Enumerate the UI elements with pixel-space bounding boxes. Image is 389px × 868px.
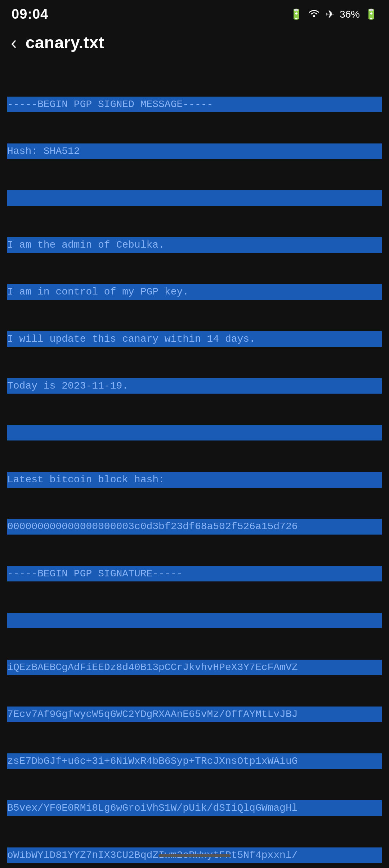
- text-line-5: I am in control of my PGP key.: [7, 284, 382, 300]
- nav-bar: [158, 854, 231, 857]
- text-line-2: Hash: SHA512: [7, 143, 382, 159]
- svg-point-0: [313, 15, 315, 17]
- back-button[interactable]: ‹: [11, 34, 17, 52]
- status-icons: 🔋 ✈ 36% 🔋: [290, 8, 377, 21]
- content-area: -----BEGIN PGP SIGNED MESSAGE----- Hash:…: [0, 59, 389, 868]
- battery-percentage: 36%: [340, 9, 360, 20]
- text-container[interactable]: -----BEGIN PGP SIGNED MESSAGE----- Hash:…: [0, 59, 389, 868]
- text-line-8: [7, 425, 382, 440]
- text-line-14: 7Ecv7Af9GgfwycW5qGWC2YDgRXAAnE65vMz/OffA…: [7, 707, 382, 722]
- text-line-9: Latest bitcoin block hash:: [7, 472, 382, 487]
- text-line-13: iQEzBAEBCgAdFiEEDz8d40B13pCCrJkvhvHPeX3Y…: [7, 660, 382, 675]
- text-line-6: I will update this canary within 14 days…: [7, 331, 382, 347]
- status-time: 09:04: [12, 6, 48, 22]
- text-line-12: [7, 613, 382, 628]
- header: ‹ canary.txt: [0, 26, 389, 59]
- status-bar: 09:04 🔋 ✈ 36% 🔋: [0, 0, 389, 26]
- text-line-1: -----BEGIN PGP SIGNED MESSAGE-----: [7, 97, 382, 112]
- text-line-16: B5vex/YF0E0RMi8Lg6wGroiVhS1W/pUik/dSIiQl…: [7, 800, 382, 816]
- wifi-icon: [308, 8, 321, 21]
- file-title: canary.txt: [26, 33, 104, 52]
- airplane-icon: ✈: [326, 8, 335, 21]
- text-line-3: [7, 190, 382, 206]
- text-line-7: Today is 2023-11-19.: [7, 378, 382, 394]
- battery-saver-icon: 🔋: [290, 8, 303, 20]
- text-content[interactable]: -----BEGIN PGP SIGNED MESSAGE----- Hash:…: [7, 65, 382, 868]
- text-line-11: -----BEGIN PGP SIGNATURE-----: [7, 566, 382, 581]
- text-wrapper: -----BEGIN PGP SIGNED MESSAGE----- Hash:…: [0, 59, 389, 868]
- text-line-10: 000000000000000000003c0d3bf23df68a502f52…: [7, 519, 382, 534]
- text-line-15: zsE7DbGJf+u6c+3i+6NiWxR4bB6Syp+TRcJXnsOt…: [7, 753, 382, 769]
- battery-icon: 🔋: [365, 8, 377, 20]
- text-line-4: I am the admin of Cebulka.: [7, 237, 382, 253]
